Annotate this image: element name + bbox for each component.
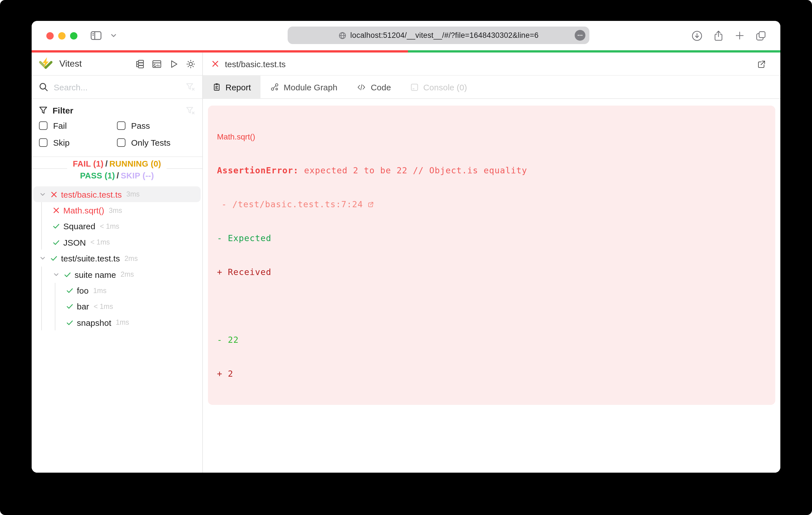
test-name: Squared [63,222,95,231]
chevron-down-icon[interactable] [37,191,48,198]
test-tree-row[interactable]: snapshot 1ms [33,314,201,331]
view-tab-bar: Report Module Graph [203,76,780,99]
test-tree-row[interactable]: test/suite.test.ts 2ms [33,250,201,267]
fail-cross-icon [50,190,57,198]
blank-line [217,300,766,312]
open-in-editor-icon[interactable] [368,201,374,208]
close-window-button[interactable] [46,32,54,39]
test-status-icon [62,271,73,278]
tree-view-icon[interactable] [135,59,145,69]
diff-removed-line: - 22 [217,334,766,345]
new-tab-icon[interactable] [734,30,745,41]
stack-trace-line: - /test/basic.test.ts:7:24 [217,199,766,210]
diff-expected-label: - Expected [217,233,766,244]
test-name: test/basic.test.ts [61,189,122,199]
chevron-down-icon[interactable] [50,271,62,277]
checkbox[interactable] [39,138,48,147]
search-input[interactable] [54,82,186,92]
fail-cross-icon [211,60,219,68]
sidebar-toggle-icon[interactable] [90,29,102,42]
filter-options: Fail Pass Skip Only Tests [39,120,195,148]
main-panel: test/basic.test.ts [203,53,780,473]
test-name: bar [77,302,89,311]
test-duration: 1ms [93,286,107,295]
error-report-panel: Math.sqrt() AssertionError: expected 2 t… [208,105,775,405]
test-tree-row[interactable]: JSON < 1ms [33,234,201,250]
theme-toggle-icon[interactable] [186,59,196,69]
filter-option[interactable]: Pass [117,120,195,131]
assertion-error-line: AssertionError: expected 2 to be 22 // O… [217,165,766,176]
clear-search-icon[interactable] [186,83,195,91]
test-tree: test/basic.test.ts 3ms [32,185,202,473]
test-name: JSON [63,238,86,247]
filter-icon [39,106,48,115]
sidebar-header: Vitest [32,53,202,76]
browser-toolbar: localhost:51204/__vitest__/#/?file=16484… [32,21,780,50]
tab-console[interactable]: Console (0) [401,76,476,98]
stack-location-link[interactable]: - /test/basic.test.ts:7:24 [222,199,363,210]
sidebar: Vitest [32,53,203,473]
checkbox-label: Fail [53,121,67,130]
test-tree-row[interactable]: test/basic.test.ts 3ms [33,186,201,203]
test-name: snapshot [77,318,111,328]
checkbox[interactable] [117,138,125,147]
code-icon [356,83,366,91]
test-duration: 3ms [126,190,140,198]
page-settings-button[interactable] [575,30,585,41]
tab-report[interactable]: Report [203,76,261,98]
browser-window: localhost:51204/__vitest__/#/?file=16484… [32,21,780,473]
run-all-icon[interactable] [169,59,179,69]
pass-check-icon [52,239,60,246]
search-bar [32,76,202,99]
test-status-icon [50,239,62,246]
checkbox[interactable] [39,121,48,130]
checkbox-label: Pass [131,121,150,130]
zoom-window-button[interactable] [70,32,78,39]
pass-check-icon [50,255,57,262]
progress-passed-segment [408,50,780,53]
tab-module-graph[interactable]: Module Graph [261,76,347,98]
tab-code[interactable]: Code [347,76,401,98]
filter-option[interactable]: Only Tests [117,137,195,148]
open-in-editor-icon[interactable] [757,59,766,69]
console-icon [410,83,419,91]
tab-label: Console (0) [423,82,467,92]
address-bar[interactable]: localhost:51204/__vitest__/#/?file=16484… [288,27,589,44]
test-name: Math.sqrt() [63,206,104,215]
open-file-name: test/basic.test.ts [225,59,286,69]
screen-background: localhost:51204/__vitest__/#/?file=16484… [0,0,812,515]
test-tree-row[interactable]: bar < 1ms [33,298,201,314]
clear-filter-icon[interactable] [186,106,195,115]
report-view: Math.sqrt() AssertionError: expected 2 t… [203,99,780,412]
filter-option[interactable]: Skip [39,137,117,148]
summary-fail-count: FAIL (1) [73,159,104,168]
test-name: test/suite.test.ts [61,254,120,264]
test-name: foo [77,286,89,295]
summary-running-count: RUNNING (0) [109,159,161,168]
test-duration: 3ms [109,206,122,214]
test-status-icon [64,287,75,294]
test-tree-row[interactable]: Squared < 1ms [33,218,201,235]
tab-overview-icon[interactable] [755,30,767,41]
diff-added-line: + 2 [217,368,766,380]
summary-pass-count: PASS (1) [80,171,115,180]
test-tree-row[interactable]: Math.sqrt() 3ms [33,203,201,218]
app-title: Vitest [59,59,82,69]
filter-option[interactable]: Fail [39,120,117,131]
downloads-icon[interactable] [691,30,703,41]
chevron-down-icon[interactable] [37,255,48,262]
checkbox[interactable] [117,121,125,130]
test-tree-row[interactable]: suite name 2ms [33,267,201,283]
filter-title: Filter [53,105,73,115]
share-icon[interactable] [713,30,724,41]
test-duration: 1ms [116,319,129,327]
file-header: test/basic.test.ts [203,53,780,76]
report-icon [212,83,221,91]
chevron-down-icon[interactable] [110,32,117,39]
minimize-window-button[interactable] [58,32,65,39]
dashboard-icon[interactable] [152,59,162,69]
pass-check-icon [52,223,60,230]
summary-separator: / [104,159,109,168]
test-tree-row[interactable]: foo 1ms [33,283,201,299]
test-progress-bar [32,50,780,53]
